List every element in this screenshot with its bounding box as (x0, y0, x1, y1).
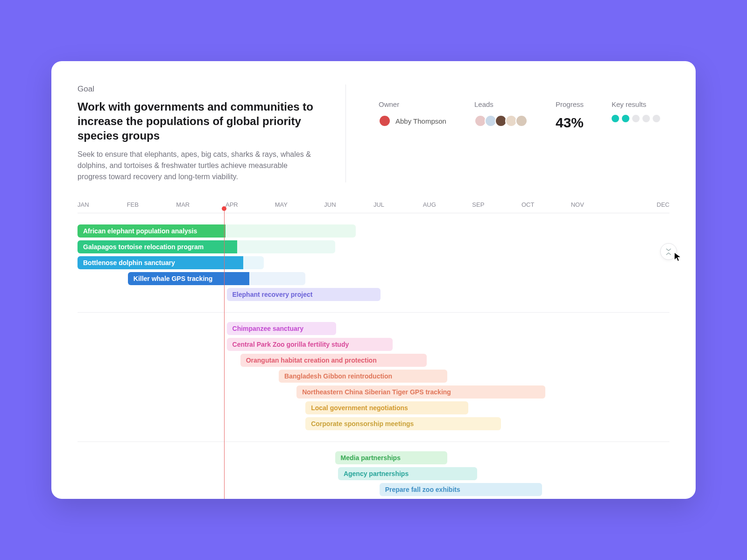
task-bar[interactable]: Corporate sponsorship meetings (305, 417, 500, 430)
key-result-dot (622, 115, 629, 122)
task-row: Prepare fall zoo exhibits (78, 483, 669, 497)
goal-description: Seek to ensure that elephants, apes, big… (78, 149, 317, 182)
task-bar[interactable]: Bangladesh Gibbon reintroduction (279, 370, 447, 383)
goal-title: Work with governments and communities to… (78, 99, 317, 143)
task-bar[interactable]: Orangutan habitat creation and protectio… (240, 354, 427, 367)
month-label: AUG (423, 201, 472, 208)
task-group: Media partnershipsAgency partnershipsPre… (78, 441, 669, 499)
task-bar[interactable]: African elephant population analysis (78, 224, 226, 238)
key-results-label: Key results (612, 100, 660, 108)
progress-label: Progress (556, 100, 584, 108)
task-group: Chimpanzee sanctuaryCentral Park Zoo gor… (78, 312, 669, 437)
task-row: Bangladesh Gibbon reintroduction (78, 370, 669, 384)
task-row: Northeastern China Siberian Tiger GPS tr… (78, 385, 669, 399)
month-label: JAN (78, 201, 127, 208)
task-bar[interactable]: Central Park Zoo gorilla fertility study (227, 338, 393, 351)
chevron-down-icon (666, 248, 671, 252)
task-row: Corporate sponsorship meetings (78, 417, 669, 431)
month-label: SEP (472, 201, 521, 208)
header: Goal Work with governments and communiti… (78, 84, 669, 201)
owner-label: Owner (379, 100, 446, 108)
task-bar[interactable]: Prepare fall zoo exhibits (380, 483, 543, 496)
month-label: OCT (521, 201, 571, 208)
key-result-dot (642, 115, 650, 122)
owner-name: Abby Thompson (395, 117, 446, 125)
key-result-dot (632, 115, 640, 122)
key-result-dot (612, 115, 619, 122)
task-bar-extension (226, 224, 356, 238)
goal-card: Goal Work with governments and communiti… (51, 61, 696, 499)
task-bar-extension (237, 240, 335, 253)
key-results-dots (612, 115, 660, 122)
task-bar[interactable]: Galapagos tortoise relocation program (78, 240, 237, 253)
task-row: Chimpanzee sanctuary (78, 322, 669, 336)
task-bar[interactable]: Local government negotiations (305, 401, 468, 414)
today-line (224, 209, 225, 499)
leads-avatars[interactable] (474, 115, 528, 127)
task-row: African elephant population analysis (78, 224, 669, 238)
task-bar[interactable]: Agency partnerships (338, 467, 477, 480)
gantt-chart: African elephant population analysisGala… (78, 221, 669, 499)
month-label: APR (226, 201, 275, 208)
task-bar-extension (249, 272, 305, 285)
task-bar[interactable]: Chimpanzee sanctuary (227, 322, 337, 335)
chevron-up-icon (666, 252, 671, 256)
owner-block: Owner Abby Thompson (379, 100, 446, 127)
task-bar[interactable]: Bottlenose dolphin sanctuary (78, 256, 243, 269)
task-row: Agency partnerships (78, 467, 669, 481)
lead-avatar (515, 115, 528, 127)
leads-block: Leads (474, 100, 528, 127)
month-label: JUL (374, 201, 423, 208)
timeline-months: JANFEBMARAPRMAYJUNJULAUGSEPOCTNOVDEC (78, 201, 669, 213)
task-row: Local government negotiations (78, 401, 669, 415)
task-row: Bottlenose dolphin sanctuary (78, 256, 669, 270)
month-label: NOV (571, 201, 620, 208)
progress-block: Progress 43% (556, 100, 584, 131)
task-group: African elephant population analysisGala… (78, 221, 669, 308)
key-result-dot (653, 115, 660, 122)
task-row: Galapagos tortoise relocation program (78, 240, 669, 254)
task-bar-extension (243, 256, 264, 269)
task-row: Central Park Zoo gorilla fertility study (78, 338, 669, 352)
month-label: JUN (324, 201, 374, 208)
task-bar[interactable]: Killer whale GPS tracking (128, 272, 249, 285)
task-bar[interactable]: Media partnerships (335, 451, 448, 464)
task-row: Orangutan habitat creation and protectio… (78, 354, 669, 368)
task-bar[interactable]: Northeastern China Siberian Tiger GPS tr… (296, 385, 545, 399)
header-left: Goal Work with governments and communiti… (78, 84, 346, 182)
key-results-block: Key results (612, 100, 660, 122)
month-label: DEC (620, 201, 669, 208)
owner-avatar (379, 115, 391, 127)
header-right: Owner Abby Thompson Leads Progress 43% K… (379, 84, 669, 182)
cursor-icon (674, 252, 682, 262)
owner-row[interactable]: Abby Thompson (379, 115, 446, 127)
goal-label: Goal (78, 84, 317, 94)
month-label: FEB (127, 201, 176, 208)
month-label: MAY (275, 201, 324, 208)
task-row: Elephant recovery project (78, 288, 669, 302)
leads-label: Leads (474, 100, 528, 108)
month-label: MAR (176, 201, 226, 208)
task-bar[interactable]: Elephant recovery project (227, 288, 381, 301)
today-dot (222, 206, 226, 211)
task-row: Killer whale GPS tracking (78, 272, 669, 286)
task-row: Media partnerships (78, 451, 669, 465)
progress-value: 43% (556, 115, 584, 131)
